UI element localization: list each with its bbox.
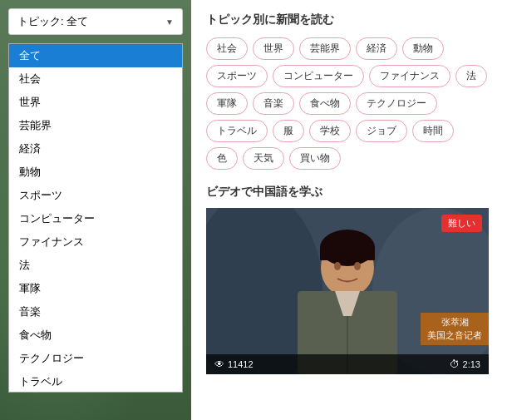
tags-row-4: トラベル 服 学校 ジョブ 時間 [206, 120, 497, 142]
topic-dropdown-list[interactable]: 全て 社会 世界 芸能界 経済 動物 スポーツ コンピューター ファイナンス 法… [8, 43, 183, 393]
main-content: トピック別に新聞を読む 社会 世界 芸能界 経済 動物 スポーツ コンピューター… [191, 0, 512, 420]
tag-sports[interactable]: スポーツ [206, 65, 268, 87]
tag-color[interactable]: 色 [206, 147, 238, 170]
tag-technology[interactable]: テクノロジー [356, 92, 437, 115]
svg-point-9 [354, 262, 361, 270]
tag-military[interactable]: 軍隊 [206, 92, 248, 115]
dropdown-item-all[interactable]: 全て [9, 44, 182, 67]
difficulty-badge: 難しい [441, 215, 482, 232]
dropdown-item-entertainment[interactable]: 芸能界 [9, 114, 182, 137]
topics-section-title: トピック別に新聞を読む [206, 12, 497, 27]
tags-row-1: 社会 世界 芸能界 経済 動物 [206, 37, 497, 60]
dropdown-item-military[interactable]: 軍隊 [9, 277, 182, 300]
dropdown-item-animals[interactable]: 動物 [9, 161, 182, 184]
video-thumbnail [206, 208, 489, 374]
video-container[interactable]: 難しい 张萃湘 美国之音记者 👁 11412 ⏱ 2:13 [206, 208, 489, 374]
tag-computers[interactable]: コンピューター [273, 65, 364, 87]
dropdown-item-sports[interactable]: スポーツ [9, 184, 182, 207]
topic-dropdown-trigger[interactable]: トピック: 全て ▼ [8, 8, 183, 35]
person-name-line1: 张萃湘 [427, 316, 482, 329]
dropdown-prefix-label: トピック: [17, 15, 64, 27]
person-name-bar: 张萃湘 美国之音记者 [421, 313, 489, 345]
tag-weather[interactable]: 天気 [243, 147, 284, 170]
chevron-down-icon: ▼ [165, 17, 174, 27]
tag-shopping[interactable]: 買い物 [289, 147, 341, 170]
app-layout: トピック: 全て ▼ 全て 社会 世界 芸能界 経済 動物 スポーツ コンピュー… [0, 0, 512, 420]
tag-economy[interactable]: 経済 [356, 37, 397, 60]
dropdown-item-technology[interactable]: テクノロジー [9, 347, 182, 370]
video-bottom-bar: 👁 11412 ⏱ 2:13 [206, 354, 489, 374]
view-count-value: 11412 [228, 359, 254, 369]
dropdown-item-world[interactable]: 世界 [9, 91, 182, 114]
tag-time[interactable]: 時間 [412, 120, 454, 142]
dropdown-item-food[interactable]: 食べ物 [9, 324, 182, 347]
video-section-title: ビデオで中国語を学ぶ [206, 185, 497, 200]
dropdown-item-music[interactable]: 音楽 [9, 300, 182, 324]
tags-row-2: スポーツ コンピューター ファイナンス 法 [206, 65, 497, 87]
video-bg-svg [206, 208, 489, 374]
tag-world[interactable]: 世界 [253, 37, 294, 60]
dropdown-item-travel[interactable]: トラベル [9, 370, 182, 393]
dropdown-item-economy[interactable]: 経済 [9, 137, 182, 161]
tag-law[interactable]: 法 [455, 65, 487, 87]
clock-icon: ⏱ [450, 358, 460, 370]
tag-finance[interactable]: ファイナンス [369, 65, 450, 87]
topics-newspaper-section: トピック別に新聞を読む 社会 世界 芸能界 経済 動物 スポーツ コンピューター… [206, 12, 497, 170]
svg-rect-7 [320, 248, 375, 260]
duration-value: 2:13 [463, 359, 480, 369]
tag-job[interactable]: ジョブ [356, 120, 407, 142]
tag-food[interactable]: 食べ物 [299, 92, 351, 115]
tag-animals[interactable]: 動物 [402, 37, 444, 60]
tag-school[interactable]: 学校 [309, 120, 351, 142]
tag-clothes[interactable]: 服 [273, 120, 304, 142]
tags-row-3: 軍隊 音楽 食べ物 テクノロジー [206, 92, 497, 115]
tag-society[interactable]: 社会 [206, 37, 248, 60]
video-duration: ⏱ 2:13 [450, 358, 480, 370]
tag-travel[interactable]: トラベル [206, 120, 268, 142]
view-count: 👁 11412 [214, 358, 254, 370]
dropdown-item-computers[interactable]: コンピューター [9, 207, 182, 230]
person-name-line2: 美国之音记者 [427, 329, 482, 342]
dropdown-selected-value: 全て [66, 15, 88, 27]
tag-entertainment[interactable]: 芸能界 [299, 37, 351, 60]
dropdown-label: トピック: 全て [17, 14, 88, 29]
eye-icon: 👁 [214, 358, 224, 370]
dropdown-item-finance[interactable]: ファイナンス [9, 230, 182, 254]
tags-row-5: 色 天気 買い物 [206, 147, 497, 170]
dropdown-item-law[interactable]: 法 [9, 254, 182, 277]
dropdown-item-society[interactable]: 社会 [9, 67, 182, 91]
svg-point-8 [334, 262, 341, 270]
tag-music[interactable]: 音楽 [253, 92, 294, 115]
video-section: ビデオで中国語を学ぶ [206, 185, 497, 374]
sidebar: トピック: 全て ▼ 全て 社会 世界 芸能界 経済 動物 スポーツ コンピュー… [0, 0, 191, 420]
